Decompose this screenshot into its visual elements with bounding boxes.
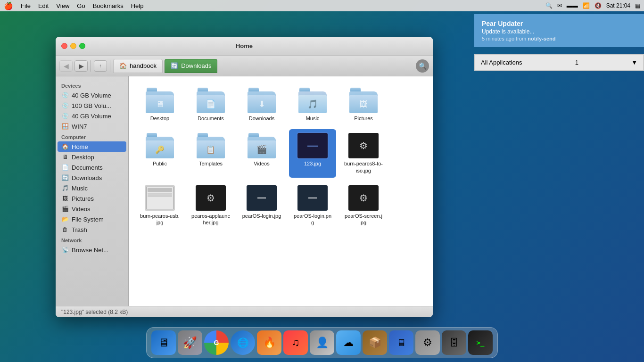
sidebar-section-network: Network xyxy=(56,235,128,245)
breadcrumb-home-tab[interactable]: 🏠 handbook xyxy=(113,59,163,73)
folder-icon-videos: 🎬 xyxy=(247,133,277,158)
volume-icon[interactable]: 🔇 xyxy=(594,2,602,9)
sidebar-label: Downloads xyxy=(72,174,102,181)
parent-dir-button[interactable]: ↑ xyxy=(94,60,107,72)
sidebar-item-videos[interactable]: 🎬 Videos xyxy=(56,204,128,214)
dock-item-cydia[interactable]: 📦 xyxy=(363,330,387,355)
maximize-button[interactable] xyxy=(79,43,85,49)
contacts-icon: 👤 xyxy=(316,337,329,349)
resolution-icon: 🖥 xyxy=(396,337,406,348)
dock-item-contacts[interactable]: 👤 xyxy=(310,330,334,355)
menu-view[interactable]: View xyxy=(56,2,69,9)
file-item-pearos-screen[interactable]: ⚙ pearOS-screen.jpg xyxy=(340,181,387,230)
app-panel-dropdown[interactable]: All Applications 1 ▼ xyxy=(475,55,644,70)
pictures-icon: 🖼 xyxy=(61,195,69,202)
sidebar-item-home[interactable]: 🏠 Home xyxy=(58,141,126,152)
file-item-music[interactable]: 🎵 Music xyxy=(289,84,336,125)
menu-edit[interactable]: Edit xyxy=(38,2,49,9)
trash-icon: 🗑 xyxy=(61,226,69,233)
folder-icon-pictures: 🖼 xyxy=(348,88,379,113)
file-item-applauncher[interactable]: ⚙ pearos-applauncher.jpg xyxy=(187,181,234,230)
breadcrumb-downloads-tab[interactable]: 🔄 Downloads xyxy=(165,59,217,73)
file-item-desktop[interactable]: 🖥 Desktop xyxy=(136,84,183,125)
menu-bookmarks[interactable]: Bookmarks xyxy=(93,2,124,9)
browser-icon: 🌐 xyxy=(237,337,249,348)
file-item-burn-usb[interactable]: burn-pearos-usb.jpg xyxy=(136,181,183,230)
sidebar-label: Pictures xyxy=(72,195,94,202)
dock-item-music[interactable]: ♫ xyxy=(283,330,308,355)
minus-icon: — xyxy=(308,193,317,203)
notification-title: Pear Updater xyxy=(482,20,636,27)
dock-item-resolution[interactable]: 🖥 xyxy=(389,330,413,355)
file-item-templates[interactable]: 📋 Templates xyxy=(187,129,234,178)
apple-menu[interactable]: 🍎 xyxy=(4,1,13,10)
file-label: Downloads xyxy=(249,115,274,122)
home-sidebar-icon: 🏠 xyxy=(61,143,69,150)
content-area: Devices 💿 40 GB Volume 💿 100 GB Volu... … xyxy=(56,76,433,306)
network-icon: 📡 xyxy=(61,246,69,254)
notification-banner[interactable]: Pear Updater Update is available... 5 mi… xyxy=(474,14,644,47)
file-item-pearos-login-jpg[interactable]: — pearOS-login.jpg xyxy=(238,181,285,230)
close-button[interactable] xyxy=(61,43,67,49)
back-button[interactable]: ◀ xyxy=(59,60,73,72)
toolbar: ◀ ▶ ↑ 🏠 handbook 🔄 Downloads 🔍 xyxy=(56,56,433,76)
sidebar-item-documents[interactable]: 📄 Documents xyxy=(56,162,128,173)
sidebar-item-filesystem[interactable]: 📂 File System xyxy=(56,214,128,224)
sidebar-item-desktop[interactable]: 🖥 Desktop xyxy=(56,152,128,162)
file-thumbnail-pearos-screen: ⚙ xyxy=(348,185,379,211)
sidebar-label: Browse Net... xyxy=(72,247,108,254)
search-button[interactable]: 🔍 xyxy=(416,59,429,73)
folder-icon-documents: 📄 xyxy=(196,88,226,113)
sidebar-item-100gb[interactable]: 💿 100 GB Volu... xyxy=(56,100,128,111)
file-label: Documents xyxy=(198,115,224,122)
sidebar-item-win7[interactable]: 🪟 WIN7 xyxy=(56,121,128,132)
file-label: Music xyxy=(306,115,320,122)
file-label: burn-pearos8-to-iso.jpg xyxy=(344,160,383,174)
sidebar-item-40gb-1[interactable]: 💿 40 GB Volume xyxy=(56,90,128,100)
dock-item-terminal[interactable]: >_ xyxy=(468,330,493,355)
file-label: Public xyxy=(153,160,167,167)
dock-item-icloud[interactable]: ☁ xyxy=(336,330,361,355)
notification-time: 5 minutes ago from notify-send xyxy=(482,36,636,41)
file-item-pictures[interactable]: 🖼 Pictures xyxy=(340,84,387,125)
file-item-videos[interactable]: 🎬 Videos xyxy=(238,129,285,178)
traffic-lights xyxy=(61,43,85,49)
sidebar-item-music[interactable]: 🎵 Music xyxy=(56,183,128,193)
menu-go[interactable]: Go xyxy=(77,2,85,9)
minimize-button[interactable] xyxy=(70,43,76,49)
menu-help[interactable]: Help xyxy=(131,2,144,9)
clock: Sat 21:04 xyxy=(606,2,630,9)
wifi-icon[interactable]: 📶 xyxy=(583,2,590,9)
sidebar-item-downloads[interactable]: 🔄 Downloads xyxy=(56,173,128,183)
file-item-burn-iso[interactable]: ⚙ burn-pearos8-to-iso.jpg xyxy=(340,129,387,178)
dock-item-chrome[interactable]: G xyxy=(204,330,229,355)
file-item-123jpg[interactable]: — 123.jpg xyxy=(289,129,336,178)
dock-item-sqlpro[interactable]: 🗄 xyxy=(442,330,466,355)
file-thumbnail-pearos-login-jpg: — xyxy=(247,185,277,211)
finder-icon: 🖥 xyxy=(158,336,169,349)
menu-file[interactable]: File xyxy=(21,2,31,9)
dock-item-filer[interactable]: 🔥 xyxy=(257,330,281,355)
dock-item-finder[interactable]: 🖥 xyxy=(151,330,176,355)
disk-icon: 💿 xyxy=(61,91,69,99)
window-title: Home xyxy=(236,42,253,49)
sidebar-item-trash[interactable]: 🗑 Trash xyxy=(56,224,128,235)
sidebar-item-pictures[interactable]: 🖼 Pictures xyxy=(56,193,128,204)
mail-icon[interactable]: ✉ xyxy=(557,2,562,9)
disk-icon: 💿 xyxy=(61,112,69,120)
sidebar-item-browse-network[interactable]: 📡 Browse Net... xyxy=(56,245,128,255)
dock-item-sysprefs[interactable]: ⚙ xyxy=(415,330,440,355)
file-area: 🖥 Desktop 📄 Documents xyxy=(129,76,433,306)
sidebar-item-40gb-2[interactable]: 💿 40 GB Volume xyxy=(56,111,128,121)
forward-button[interactable]: ▶ xyxy=(74,60,88,72)
app-panel: All Applications 1 ▼ xyxy=(474,54,644,71)
file-item-public[interactable]: 🔑 Public xyxy=(136,129,183,178)
dock-item-launchpad[interactable]: 🚀 xyxy=(178,330,202,355)
apps-grid-icon[interactable]: ▦ xyxy=(635,2,640,9)
file-item-pearos-login-png[interactable]: — pearOS-login.png xyxy=(289,181,336,230)
file-item-documents[interactable]: 📄 Documents xyxy=(187,84,234,125)
dock-item-browser[interactable]: 🌐 xyxy=(231,330,255,355)
menubar: 🍎 File Edit View Go Bookmarks Help 🔍 ✉ ▬… xyxy=(0,0,644,11)
file-item-downloads[interactable]: ⬇ Downloads xyxy=(238,84,285,125)
search-menubar-icon[interactable]: 🔍 xyxy=(545,2,553,9)
